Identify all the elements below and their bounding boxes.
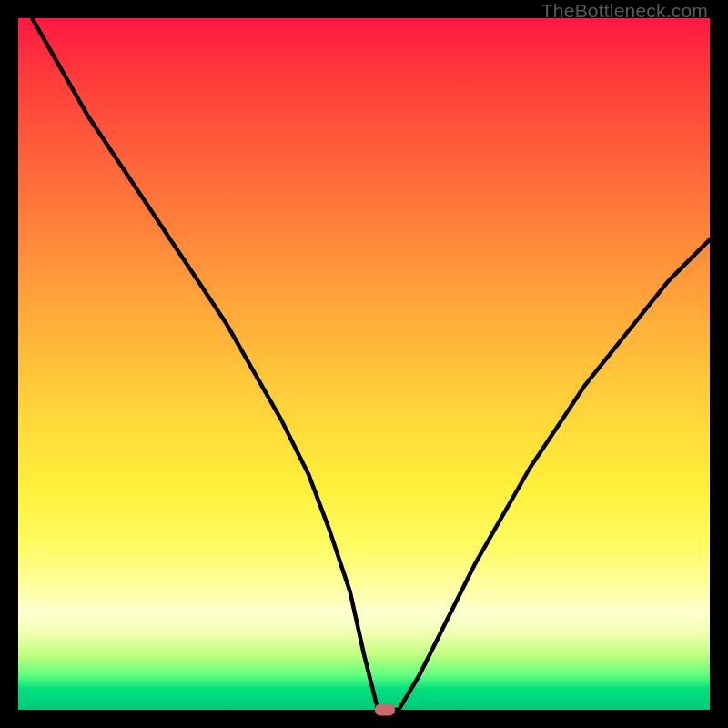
optimal-point-marker xyxy=(375,704,395,716)
bottleneck-curve xyxy=(18,18,710,710)
chart-container: TheBottleneck.com xyxy=(0,0,728,728)
plot-area xyxy=(18,18,710,710)
